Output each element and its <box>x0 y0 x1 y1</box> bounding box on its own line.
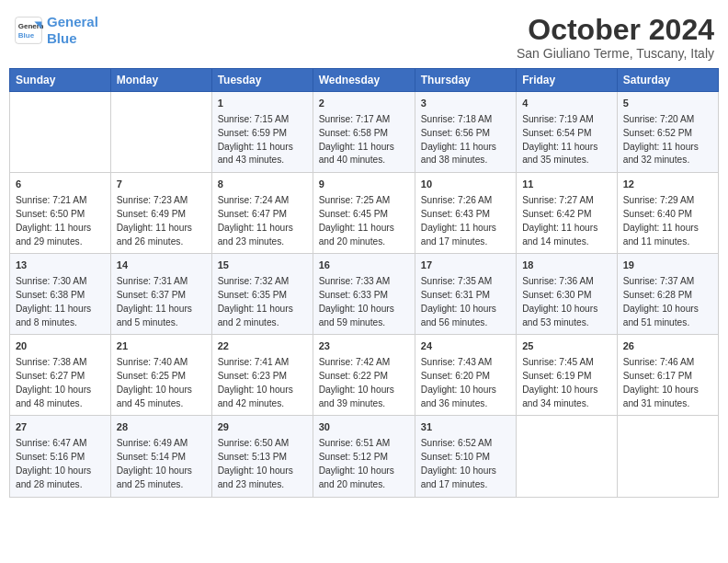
day-cell: 1Sunrise: 7:15 AM Sunset: 6:59 PM Daylig… <box>211 92 313 173</box>
col-header-wednesday: Wednesday <box>313 69 415 92</box>
day-number: 13 <box>16 259 105 273</box>
day-cell: 18Sunrise: 7:36 AM Sunset: 6:30 PM Dayli… <box>517 254 618 335</box>
day-cell: 12Sunrise: 7:29 AM Sunset: 6:40 PM Dayli… <box>617 173 718 254</box>
day-cell: 19Sunrise: 7:37 AM Sunset: 6:28 PM Dayli… <box>617 254 718 335</box>
day-info: Sunrise: 6:49 AM Sunset: 5:14 PM Dayligh… <box>117 437 206 491</box>
day-cell: 13Sunrise: 7:30 AM Sunset: 6:38 PM Dayli… <box>10 254 111 335</box>
day-info: Sunrise: 7:46 AM Sunset: 6:17 PM Dayligh… <box>623 356 712 410</box>
day-cell: 9Sunrise: 7:25 AM Sunset: 6:45 PM Daylig… <box>313 173 415 254</box>
day-number: 2 <box>319 97 409 111</box>
day-cell <box>617 416 718 497</box>
month-title: October 2024 <box>517 14 714 46</box>
day-info: Sunrise: 6:50 AM Sunset: 5:13 PM Dayligh… <box>218 437 307 491</box>
day-number: 14 <box>117 259 206 273</box>
day-cell: 3Sunrise: 7:18 AM Sunset: 6:56 PM Daylig… <box>415 92 516 173</box>
day-number: 24 <box>421 339 510 354</box>
day-info: Sunrise: 7:35 AM Sunset: 6:31 PM Dayligh… <box>421 275 510 329</box>
col-header-monday: Monday <box>110 69 211 92</box>
day-cell: 26Sunrise: 7:46 AM Sunset: 6:17 PM Dayli… <box>617 335 718 416</box>
day-cell: 15Sunrise: 7:32 AM Sunset: 6:35 PM Dayli… <box>211 254 313 335</box>
day-number: 11 <box>522 178 611 192</box>
day-info: Sunrise: 6:47 AM Sunset: 5:16 PM Dayligh… <box>16 437 105 491</box>
day-cell: 22Sunrise: 7:41 AM Sunset: 6:23 PM Dayli… <box>211 335 313 416</box>
day-number: 17 <box>421 259 510 273</box>
day-cell: 6Sunrise: 7:21 AM Sunset: 6:50 PM Daylig… <box>10 173 111 254</box>
day-number: 30 <box>319 420 409 435</box>
day-cell: 10Sunrise: 7:26 AM Sunset: 6:43 PM Dayli… <box>415 173 516 254</box>
day-info: Sunrise: 7:30 AM Sunset: 6:38 PM Dayligh… <box>16 275 105 329</box>
day-info: Sunrise: 7:41 AM Sunset: 6:23 PM Dayligh… <box>218 356 307 410</box>
day-info: Sunrise: 7:38 AM Sunset: 6:27 PM Dayligh… <box>16 356 105 410</box>
day-cell <box>10 92 111 173</box>
week-row-4: 20Sunrise: 7:38 AM Sunset: 6:27 PM Dayli… <box>10 335 719 416</box>
week-row-5: 27Sunrise: 6:47 AM Sunset: 5:16 PM Dayli… <box>10 416 719 497</box>
logo-line1: General <box>47 14 98 29</box>
day-info: Sunrise: 7:26 AM Sunset: 6:43 PM Dayligh… <box>421 194 510 248</box>
day-number: 15 <box>218 259 307 273</box>
day-number: 5 <box>623 97 712 111</box>
day-info: Sunrise: 7:23 AM Sunset: 6:49 PM Dayligh… <box>117 194 206 248</box>
page-header: General Blue General Blue October 2024 S… <box>9 9 719 61</box>
day-number: 22 <box>218 339 307 354</box>
day-number: 25 <box>522 339 611 354</box>
day-number: 1 <box>218 97 307 111</box>
logo-icon: General Blue <box>14 16 43 45</box>
day-info: Sunrise: 7:21 AM Sunset: 6:50 PM Dayligh… <box>16 194 105 248</box>
day-cell: 29Sunrise: 6:50 AM Sunset: 5:13 PM Dayli… <box>211 416 313 497</box>
day-cell: 20Sunrise: 7:38 AM Sunset: 6:27 PM Dayli… <box>10 335 111 416</box>
day-info: Sunrise: 7:18 AM Sunset: 6:56 PM Dayligh… <box>421 113 510 167</box>
logo-text: General Blue <box>47 14 98 47</box>
day-cell: 14Sunrise: 7:31 AM Sunset: 6:37 PM Dayli… <box>110 254 211 335</box>
col-header-tuesday: Tuesday <box>211 69 313 92</box>
day-info: Sunrise: 6:52 AM Sunset: 5:10 PM Dayligh… <box>421 437 510 491</box>
day-cell: 5Sunrise: 7:20 AM Sunset: 6:52 PM Daylig… <box>617 92 718 173</box>
day-info: Sunrise: 7:25 AM Sunset: 6:45 PM Dayligh… <box>319 194 409 248</box>
day-number: 29 <box>218 420 307 435</box>
calendar-table: SundayMondayTuesdayWednesdayThursdayFrid… <box>9 68 719 497</box>
day-cell <box>110 92 211 173</box>
day-info: Sunrise: 7:15 AM Sunset: 6:59 PM Dayligh… <box>218 113 307 167</box>
day-info: Sunrise: 7:32 AM Sunset: 6:35 PM Dayligh… <box>218 275 307 329</box>
day-number: 4 <box>522 97 611 111</box>
day-cell: 23Sunrise: 7:42 AM Sunset: 6:22 PM Dayli… <box>313 335 415 416</box>
day-cell: 17Sunrise: 7:35 AM Sunset: 6:31 PM Dayli… <box>415 254 516 335</box>
day-info: Sunrise: 7:43 AM Sunset: 6:20 PM Dayligh… <box>421 356 510 410</box>
day-cell <box>517 416 618 497</box>
day-number: 3 <box>421 97 510 111</box>
day-info: Sunrise: 7:24 AM Sunset: 6:47 PM Dayligh… <box>218 194 307 248</box>
day-cell: 27Sunrise: 6:47 AM Sunset: 5:16 PM Dayli… <box>10 416 111 497</box>
day-info: Sunrise: 7:37 AM Sunset: 6:28 PM Dayligh… <box>623 275 712 329</box>
day-cell: 7Sunrise: 7:23 AM Sunset: 6:49 PM Daylig… <box>110 173 211 254</box>
day-cell: 4Sunrise: 7:19 AM Sunset: 6:54 PM Daylig… <box>517 92 618 173</box>
day-number: 6 <box>16 178 105 192</box>
svg-text:Blue: Blue <box>18 31 35 40</box>
day-number: 10 <box>421 178 510 192</box>
day-number: 23 <box>319 339 409 354</box>
logo: General Blue General Blue <box>14 14 98 47</box>
week-row-3: 13Sunrise: 7:30 AM Sunset: 6:38 PM Dayli… <box>10 254 719 335</box>
day-number: 16 <box>319 259 409 273</box>
day-number: 26 <box>623 339 712 354</box>
day-cell: 2Sunrise: 7:17 AM Sunset: 6:58 PM Daylig… <box>313 92 415 173</box>
logo-line2: Blue <box>47 30 77 46</box>
day-number: 19 <box>623 259 712 273</box>
location: San Giuliano Terme, Tuscany, Italy <box>517 46 714 61</box>
day-info: Sunrise: 7:45 AM Sunset: 6:19 PM Dayligh… <box>522 356 611 410</box>
day-number: 9 <box>319 178 409 192</box>
week-row-2: 6Sunrise: 7:21 AM Sunset: 6:50 PM Daylig… <box>10 173 719 254</box>
day-number: 7 <box>117 178 206 192</box>
day-info: Sunrise: 7:20 AM Sunset: 6:52 PM Dayligh… <box>623 113 712 167</box>
day-info: Sunrise: 7:19 AM Sunset: 6:54 PM Dayligh… <box>522 113 611 167</box>
day-info: Sunrise: 7:29 AM Sunset: 6:40 PM Dayligh… <box>623 194 712 248</box>
day-number: 12 <box>623 178 712 192</box>
day-info: Sunrise: 7:40 AM Sunset: 6:25 PM Dayligh… <box>117 356 206 410</box>
day-cell: 30Sunrise: 6:51 AM Sunset: 5:12 PM Dayli… <box>313 416 415 497</box>
col-header-sunday: Sunday <box>10 69 111 92</box>
day-info: Sunrise: 7:36 AM Sunset: 6:30 PM Dayligh… <box>522 275 611 329</box>
day-info: Sunrise: 7:27 AM Sunset: 6:42 PM Dayligh… <box>522 194 611 248</box>
week-row-1: 1Sunrise: 7:15 AM Sunset: 6:59 PM Daylig… <box>10 92 719 173</box>
day-number: 28 <box>117 420 206 435</box>
day-cell: 28Sunrise: 6:49 AM Sunset: 5:14 PM Dayli… <box>110 416 211 497</box>
col-header-friday: Friday <box>517 69 618 92</box>
day-number: 18 <box>522 259 611 273</box>
